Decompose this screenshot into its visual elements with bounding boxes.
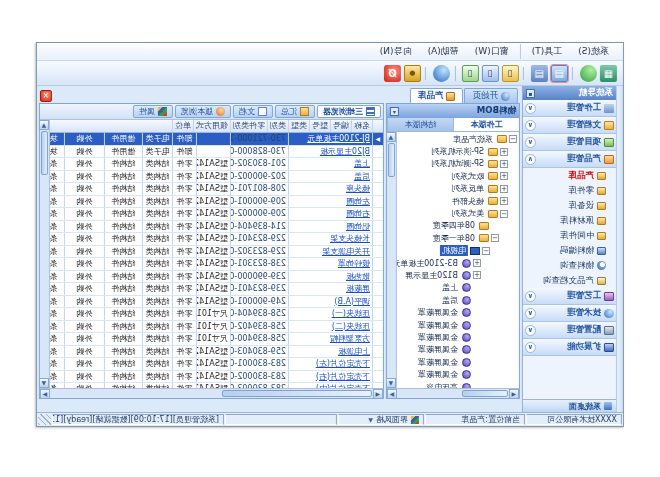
- grid-toolbar-button[interactable]: 三维浏览器: [317, 105, 381, 118]
- part-name-link[interactable]: 左饰圈: [346, 197, 370, 206]
- part-name-link[interactable]: 长镜头支架: [330, 234, 370, 243]
- exit-icon[interactable]: [384, 65, 401, 82]
- nav-row[interactable]: 技术管理: [523, 305, 616, 322]
- bom-collapse-icon[interactable]: ▾: [390, 107, 399, 116]
- grid-toolbar-button[interactable]: 版本浏览: [175, 105, 231, 118]
- scroll-down-icon[interactable]: ▼: [386, 378, 396, 388]
- tree-node[interactable]: 金属屏蔽罩: [397, 356, 519, 368]
- chevron-icon[interactable]: [525, 291, 536, 302]
- scroll-up-icon[interactable]: ▲: [39, 120, 49, 130]
- part-name-link[interactable]: 镜头座: [346, 184, 370, 193]
- lock-icon[interactable]: [404, 65, 421, 82]
- tree-expander-icon[interactable]: [482, 247, 490, 255]
- column-header[interactable]: 类型: [288, 120, 309, 132]
- tree-node[interactable]: 后盖: [397, 294, 519, 306]
- table-row[interactable]: 上盖 201-830302-001 型SA1425 零件 结构类 结构件 外购 …: [50, 158, 383, 171]
- close-tab-icon[interactable]: ×: [40, 90, 52, 102]
- part-name-link[interactable]: 下壳定位片(左): [316, 359, 370, 368]
- chevron-icon[interactable]: [525, 154, 536, 165]
- scroll-thumb[interactable]: [41, 131, 48, 175]
- tree-expander-icon[interactable]: [473, 259, 481, 267]
- scroll-down-icon[interactable]: ▼: [39, 378, 49, 388]
- tree-node[interactable]: 金属屏蔽罩: [397, 306, 519, 318]
- tree-expander-icon[interactable]: [500, 148, 508, 156]
- menu-item[interactable]: 窗口(W): [467, 44, 521, 59]
- chevron-icon[interactable]: [525, 325, 536, 336]
- grid-vertical-scrollbar[interactable]: ▲ ▼: [40, 120, 50, 388]
- table-row[interactable]: 屏蔽板 239-823401-001 型SA1425 零件 结构类 结构件 外购…: [50, 283, 383, 296]
- table-row[interactable]: 镀锌饰罩 238-823301-001 型SA1425 零件 结构类 结构件 外…: [50, 258, 383, 271]
- nav-row[interactable]: 项目管理: [523, 134, 616, 151]
- menu-item[interactable]: 向导(N): [372, 44, 420, 59]
- part-name-link[interactable]: 下壳定位片(右): [316, 372, 370, 381]
- table-row[interactable]: 左饰圈 209-900001-011 型SA1425 零件 结构类 结构件 外购…: [50, 196, 383, 209]
- nav-row[interactable]: 产品管理: [523, 151, 616, 168]
- tree-node[interactable]: 金属屏蔽罩: [397, 319, 519, 331]
- nav-row[interactable]: 设备库: [523, 198, 616, 213]
- column-header[interactable]: 领用方式: [193, 120, 230, 132]
- nav-footer[interactable]: 系统桌面: [523, 399, 616, 412]
- globe-blue-icon[interactable]: [433, 65, 450, 82]
- grid-horizontal-scrollbar[interactable]: ◀ ▶: [40, 388, 383, 398]
- tree-node[interactable]: 系统产品库: [397, 133, 519, 145]
- table-icon[interactable]: [531, 65, 548, 82]
- bom-version-tab[interactable]: 结构版本: [387, 118, 453, 131]
- tree-node[interactable]: SP-演示机系列: [397, 145, 519, 157]
- nav-row[interactable]: 产品文档查询: [523, 273, 616, 288]
- tree-expander-icon[interactable]: [509, 135, 517, 143]
- table-row[interactable]: 散热板 239-990000-011 型SA1425 零件 结构类 结构件 外购…: [50, 271, 383, 284]
- table-row[interactable]: 下壳定位片(左) 283-830001-001 型SA1425 零件 结构类 结…: [50, 358, 383, 371]
- chevron-icon[interactable]: [525, 342, 536, 353]
- tree-expander-icon[interactable]: [491, 234, 499, 242]
- scroll-left-icon[interactable]: ◀: [373, 389, 383, 399]
- part-name-link[interactable]: 屏蔽板: [346, 284, 370, 293]
- tree-node[interactable]: 电视机: [397, 245, 519, 257]
- tree-node[interactable]: 08年一季度: [397, 232, 519, 244]
- tree-node[interactable]: 高压电容: [397, 381, 519, 388]
- nav-row[interactable]: 中间件库: [523, 228, 616, 243]
- tree-node[interactable]: 08年四季度: [397, 220, 519, 232]
- nav-row[interactable]: 工艺管理: [523, 288, 616, 305]
- tree-expander-icon[interactable]: [500, 185, 508, 193]
- grid-toolbar-button[interactable]: 属性: [133, 105, 173, 118]
- part-name-link[interactable]: 压线夹(二): [332, 322, 370, 331]
- menu-item[interactable]: 工具(T): [524, 44, 571, 59]
- tree-node[interactable]: 单反系列: [397, 183, 519, 195]
- part-name-link[interactable]: 压线夹(一): [332, 309, 370, 318]
- menu-item[interactable]: 系统(S): [570, 44, 617, 59]
- document-tab[interactable]: 产品库: [410, 88, 464, 103]
- tree-node[interactable]: SP-测试机系列: [397, 158, 519, 170]
- column-header[interactable]: 编号: [330, 120, 351, 132]
- tree-expander-icon[interactable]: [500, 197, 508, 205]
- table-row[interactable]: 镜头座 208-801701-011 型SA1425 零件 结构类 结构件 外购…: [50, 183, 383, 196]
- column-header[interactable]: 名称: [351, 120, 372, 132]
- part-name-link[interactable]: 散热板: [346, 272, 370, 281]
- chevron-icon[interactable]: [525, 103, 536, 114]
- table-row[interactable]: 铝饰圈 214-839404-011 型SA1425 零件 结构类 结构件 外购…: [50, 221, 383, 234]
- table-row[interactable]: 方泵塑料帽 258-839400-011 尺寸1010 零件 结构类 结构件 外…: [50, 333, 383, 346]
- table-row[interactable]: BJ20主显示板 730-828000-041 部件 电子类 借用件 外购 块: [50, 146, 383, 159]
- part-name-link[interactable]: 上电源板: [338, 347, 370, 356]
- scroll-thumb[interactable]: [462, 390, 508, 397]
- scroll-right-icon[interactable]: ▶: [387, 389, 397, 399]
- part-name-link[interactable]: 右饰圈: [346, 209, 370, 218]
- collapsed-panel-strip[interactable]: [616, 86, 623, 412]
- nav-row[interactable]: 物料查询: [523, 258, 616, 273]
- part-name-link[interactable]: 上盖: [354, 159, 370, 168]
- nav-row[interactable]: 配置管理: [523, 322, 616, 339]
- tree-node[interactable]: B120主显示屏: [397, 269, 519, 281]
- table-row[interactable]: 上电源板 259-830403-001 型SA1425 零件 结构类 结构件 外…: [50, 346, 383, 359]
- tree-node[interactable]: 上盖: [397, 282, 519, 294]
- part-name-link[interactable]: 开关电源支架: [322, 247, 370, 256]
- part-name-link[interactable]: 镀锌饰罩: [338, 259, 370, 268]
- doc-yellow-icon[interactable]: [502, 65, 519, 82]
- grid-toolbar-button[interactable]: 文档: [233, 105, 273, 118]
- nav-pin-icon[interactable]: ▪: [526, 89, 535, 98]
- tree-node[interactable]: 美式系列: [397, 207, 519, 219]
- scroll-up-icon[interactable]: ▲: [386, 132, 396, 142]
- scroll-thumb[interactable]: [222, 390, 372, 397]
- part-name-link[interactable]: BJ-2100主板单元: [307, 134, 370, 143]
- doc-blue-icon[interactable]: [482, 65, 499, 82]
- tree-vertical-scrollbar[interactable]: ▲ ▼: [387, 132, 397, 388]
- part-name-link[interactable]: 调平(A.B): [334, 297, 370, 306]
